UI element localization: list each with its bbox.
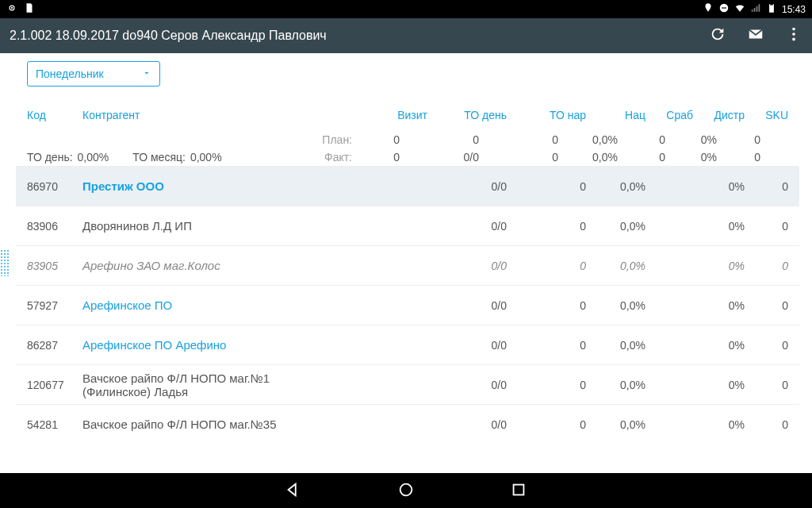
row-sku: 0 (745, 339, 788, 352)
col-name[interactable]: Контрагент (75, 109, 324, 121)
table-row[interactable]: 86970Престиж ООО0/000,0%0%0 (16, 166, 799, 206)
row-to-day: 0/0 (427, 379, 507, 391)
col-nac[interactable]: Нац (586, 109, 645, 121)
row-sku: 0 (745, 220, 788, 233)
plan-srab: 0 (618, 133, 665, 146)
row-to-day: 0/0 (427, 418, 507, 431)
status-time: 15:43 (782, 4, 806, 15)
row-nac: 0,0% (586, 220, 645, 233)
drawer-handle[interactable] (0, 249, 10, 276)
row-name: Вачское райпо Ф/Л НОПО маг.№1 (Филинское… (75, 371, 324, 398)
row-code: 57927 (27, 299, 75, 312)
table-row[interactable]: 57927Арефинское ПО0/000,0%0%0 (16, 285, 799, 325)
col-sku[interactable]: SKU (745, 109, 788, 121)
row-distr: 0% (693, 220, 745, 233)
row-to-day: 0/0 (427, 299, 507, 312)
row-sku: 0 (745, 299, 788, 312)
chevron-down-icon (142, 67, 151, 80)
plan-sku: 0 (717, 133, 760, 146)
table-row[interactable]: 83906Дворянинов Л.Д ИП0/000,0%0%0 (16, 206, 799, 245)
summary-plan-row: План: 0 0 0 0,0% 0 0% 0 (16, 131, 799, 148)
row-to-day: 0/0 (427, 260, 507, 272)
row-nac: 0,0% (586, 418, 645, 431)
row-code: 86970 (27, 180, 75, 193)
refresh-icon[interactable] (709, 25, 726, 46)
table-header: Код Контрагент Визит ТО день ТО нар Нац … (16, 87, 799, 131)
row-code: 86287 (27, 339, 75, 352)
to-month-value: 0,00% (190, 151, 222, 164)
plan-to-nar: 0 (479, 133, 558, 146)
col-srab[interactable]: Сраб (645, 109, 693, 121)
row-distr: 0% (693, 299, 745, 312)
summary-fact-row: ТО день: 0,00% ТО месяц: 0,00% Факт: 0 0… (16, 148, 799, 166)
fact-nac: 0,0% (558, 151, 618, 164)
status-bar: 15:43 (0, 0, 812, 18)
row-to-nar: 0 (507, 339, 586, 352)
row-name: Дворянинов Л.Д ИП (75, 219, 324, 233)
row-nac: 0,0% (586, 260, 645, 272)
day-selector[interactable]: Понедельник (27, 61, 160, 87)
row-name: Арефино ЗАО маг.Колос (75, 259, 324, 272)
svg-point-1 (11, 7, 13, 9)
mail-icon[interactable] (747, 25, 764, 46)
row-name[interactable]: Престиж ООО (75, 179, 324, 193)
svg-point-6 (792, 38, 795, 41)
col-visit[interactable]: Визит (380, 109, 427, 121)
row-sku: 0 (745, 180, 788, 193)
to-day-label: ТО день: (27, 151, 73, 164)
row-name[interactable]: Арефинское ПО (75, 298, 324, 312)
doc-icon (24, 2, 35, 16)
table-row[interactable]: 120677Вачское райпо Ф/Л НОПО маг.№1 (Фил… (16, 364, 799, 404)
row-to-nar: 0 (507, 418, 586, 431)
row-to-nar: 0 (507, 180, 586, 193)
fact-srab: 0 (618, 151, 665, 164)
row-sku: 0 (745, 260, 788, 272)
table-row[interactable]: 54281Вачское райпо Ф/Л НОПО маг.№350/000… (16, 404, 799, 444)
plan-label: План: (297, 133, 352, 146)
battery-icon (766, 2, 777, 16)
fact-sku: 0 (717, 151, 760, 164)
to-day-value: 0,00% (78, 151, 109, 164)
plan-visit: 0 (352, 133, 400, 146)
row-to-nar: 0 (507, 299, 586, 312)
signal-icon (750, 2, 761, 16)
row-nac: 0,0% (586, 379, 645, 391)
fact-to-day: 0/0 (400, 151, 479, 164)
col-to-nar[interactable]: ТО нар (507, 109, 586, 121)
col-to-day[interactable]: ТО день (427, 109, 507, 121)
target-icon (6, 2, 17, 16)
row-name[interactable]: Арефинское ПО Арефино (75, 338, 324, 352)
fact-visit: 0 (352, 151, 400, 164)
plan-nac: 0,0% (558, 133, 618, 146)
back-nav-icon[interactable] (285, 481, 302, 501)
row-sku: 0 (745, 418, 788, 431)
col-code[interactable]: Код (27, 109, 75, 121)
row-code: 54281 (27, 418, 75, 431)
row-to-nar: 0 (507, 220, 586, 233)
col-distr[interactable]: Дистр (693, 109, 745, 121)
row-to-nar: 0 (507, 379, 586, 391)
svg-point-7 (400, 483, 412, 495)
svg-point-5 (792, 33, 795, 36)
dnd-icon (718, 2, 730, 16)
row-to-day: 0/0 (427, 180, 507, 193)
row-to-nar: 0 (507, 260, 586, 272)
to-month-label: ТО месяц: (132, 151, 186, 164)
fact-label: Факт: (297, 151, 352, 164)
location-icon (703, 2, 714, 16)
row-sku: 0 (745, 379, 788, 391)
overflow-icon[interactable] (785, 25, 802, 46)
row-distr: 0% (693, 260, 745, 272)
app-bar: 2.1.002 18.09.2017 do940 Серов Александр… (0, 18, 812, 53)
table-row[interactable]: 83905Арефино ЗАО маг.Колос0/000,0%0%0 (16, 245, 799, 285)
table-row[interactable]: 86287Арефинское ПО Арефино0/000,0%0%0 (16, 325, 799, 364)
row-code: 120677 (27, 379, 75, 391)
row-distr: 0% (693, 418, 745, 431)
row-distr: 0% (693, 339, 745, 352)
home-nav-icon[interactable] (397, 481, 415, 501)
wifi-icon (734, 2, 745, 16)
fact-to-nar: 0 (479, 151, 558, 164)
row-code: 83905 (27, 260, 75, 272)
row-to-day: 0/0 (427, 220, 507, 233)
recent-nav-icon[interactable] (510, 481, 527, 501)
